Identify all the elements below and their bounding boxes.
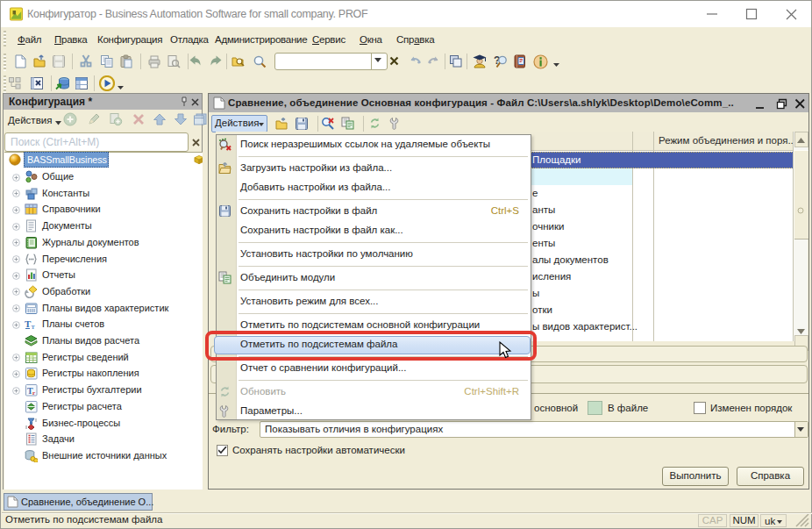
svg-text:r: r (32, 390, 35, 397)
svg-text:т: т (32, 322, 36, 331)
